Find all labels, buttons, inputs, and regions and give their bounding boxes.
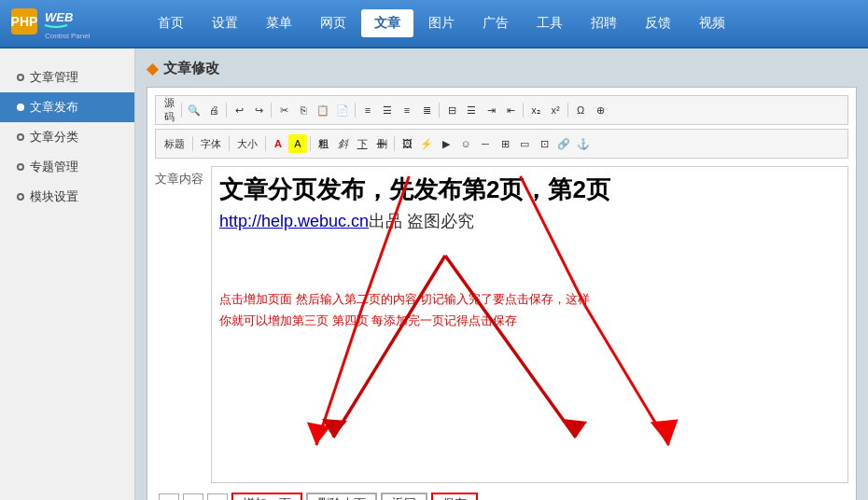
toolbar-row-1: 源码 🔍 🖨 ↩ ↪ ✂ ⎘ 📋 📄 ≡ ☰ ≡ ≣ [160, 99, 609, 121]
instruction-text: 点击增加页面 然后输入第二页的内容 切记输入完了要点击保存，这样 你就可以增加第… [219, 288, 840, 332]
sep12 [394, 136, 395, 151]
nav-tools[interactable]: 工具 [524, 9, 576, 37]
nav-bar: 首页 设置 菜单 网页 文章 图片 广告 工具 招聘 反馈 视频 [145, 9, 859, 37]
toolbar-insert-flash[interactable]: ⚡ [417, 134, 436, 153]
toolbar-font-color[interactable]: A [269, 134, 287, 153]
toolbar-align-justify[interactable]: ≣ [417, 101, 436, 119]
sidebar-label-module-settings: 模块设置 [30, 188, 78, 205]
sidebar-dot-2 [17, 133, 24, 141]
sep7 [567, 103, 568, 118]
sidebar-label-article-publish: 文章发布 [30, 99, 78, 116]
page-num-1[interactable]: 1 [159, 493, 179, 500]
toolbar-font-select[interactable]: 字体 [196, 134, 226, 153]
toolbar-link[interactable]: 🔗 [554, 134, 573, 153]
sep11 [310, 136, 311, 151]
nav-jobs[interactable]: 招聘 [578, 9, 630, 37]
sidebar-label-article-category: 文章分类 [30, 129, 78, 146]
nav-ad[interactable]: 广告 [469, 9, 522, 37]
toolbar-table[interactable]: ⊞ [496, 134, 514, 153]
page-title-bar: ◆ 文章修改 [147, 60, 857, 77]
page-title-arrow-icon: ◆ [147, 60, 158, 77]
svg-marker-4 [307, 422, 330, 445]
svg-marker-8 [322, 419, 347, 438]
toolbar-sup[interactable]: x² [546, 101, 565, 119]
toolbar-italic[interactable]: 斜 [333, 134, 352, 153]
toolbar-search[interactable]: 🔍 [185, 101, 203, 119]
sidebar-item-module-settings[interactable]: 模块设置 [0, 182, 134, 212]
svg-text:Control Panel: Control Panel [45, 32, 91, 40]
delete-page-button[interactable]: 删除本页 [306, 493, 377, 500]
toolbar-smiley[interactable]: ☺ [456, 134, 475, 153]
nav-article[interactable]: 文章 [361, 9, 413, 37]
arrow-triangle-svg [259, 251, 707, 465]
svg-line-6 [333, 256, 445, 438]
nav-menu[interactable]: 菜单 [253, 9, 305, 37]
toolbar-bg-color[interactable]: A [288, 134, 307, 153]
toolbar-row-2: 标题 字体 大小 A A 粗 斜 下 删 🖼 ⚡ ▶ [160, 132, 593, 155]
page-num-3[interactable]: 3 [207, 493, 228, 500]
sidebar-dot-4 [17, 193, 24, 201]
form-row-content: 文章内容 文章分页发布，先发布第2页，第2页 http://help.webuc… [155, 162, 848, 487]
toolbar-redo[interactable]: ↪ [249, 101, 268, 119]
main-layout: 文章管理 文章发布 文章分类 专题管理 模块设置 ◆ 文章修改 [0, 49, 868, 500]
toolbar-sub[interactable]: x₂ [526, 101, 545, 119]
toolbar-heading-select[interactable]: 标题 [160, 134, 189, 153]
page-num-2[interactable]: 2 [183, 493, 203, 500]
toolbar-template[interactable]: ⊡ [535, 134, 553, 153]
toolbar-strikethrough[interactable]: 删 [372, 134, 391, 153]
sep9 [229, 136, 230, 151]
toolbar-insert-media[interactable]: ▶ [437, 134, 455, 153]
toolbar-bold[interactable]: 粗 [314, 134, 332, 153]
sidebar-item-article-category[interactable]: 文章分类 [0, 122, 134, 152]
toolbar-align-right[interactable]: ≡ [398, 101, 416, 119]
nav-video[interactable]: 视频 [686, 9, 738, 37]
toolbar-paste[interactable]: 📋 [314, 101, 332, 119]
sep1 [181, 103, 182, 118]
editor-content[interactable]: 文章分页发布，先发布第2页，第2页 http://help.webuc.cn出品… [211, 166, 848, 483]
toolbar-paste-text[interactable]: 📄 [333, 101, 352, 119]
editor-link-line: http://help.webuc.cn出品 盗图必究 [219, 210, 840, 232]
toolbar-outdent[interactable]: ⇤ [501, 101, 520, 119]
editor-link[interactable]: http://help.webuc.cn [219, 212, 369, 230]
toolbar-align-left[interactable]: ≡ [358, 101, 377, 119]
nav-image[interactable]: 图片 [415, 9, 468, 37]
save-button[interactable]: 保存 [431, 493, 478, 500]
toolbar-cut[interactable]: ✂ [274, 101, 293, 119]
logo-svg: PHP WEB Control Panel [9, 5, 117, 42]
add-page-button[interactable]: 增加一页 [231, 493, 302, 500]
toolbar-ul[interactable]: ☰ [462, 101, 481, 119]
nav-settings[interactable]: 设置 [199, 9, 251, 37]
toolbar-div[interactable]: ▭ [515, 134, 534, 153]
logo: PHP WEB Control Panel [9, 5, 117, 42]
toolbar-copy[interactable]: ⎘ [294, 101, 313, 119]
sidebar-label-topic-manage: 专题管理 [30, 159, 78, 175]
toolbar-ol[interactable]: ⊟ [442, 101, 461, 119]
toolbar-underline[interactable]: 下 [353, 134, 371, 153]
svg-text:PHP: PHP [11, 14, 38, 29]
sidebar-dot-3 [17, 163, 24, 171]
editor-footer: 1 2 3 增加一页 删除本页 返回 保存 [155, 487, 848, 500]
svg-marker-5 [651, 419, 679, 445]
toolbar-size-select[interactable]: 大小 [232, 134, 262, 153]
toolbar-indent[interactable]: ⇥ [482, 101, 500, 119]
toolbar-more[interactable]: ⊕ [591, 101, 609, 119]
toolbar-print[interactable]: 🖨 [204, 101, 223, 119]
toolbar-insert-image[interactable]: 🖼 [398, 134, 416, 153]
sidebar-item-topic-manage[interactable]: 专题管理 [0, 152, 134, 182]
sep8 [192, 136, 193, 151]
nav-home[interactable]: 首页 [145, 9, 197, 37]
page-title: 文章修改 [163, 60, 219, 77]
back-button[interactable]: 返回 [381, 493, 427, 500]
toolbar-align-center[interactable]: ☰ [378, 101, 397, 119]
nav-feedback[interactable]: 反馈 [632, 9, 684, 37]
toolbar-source[interactable]: 源码 [160, 101, 178, 119]
toolbar-anchor[interactable]: ⚓ [574, 134, 593, 153]
nav-webpage[interactable]: 网页 [307, 9, 359, 37]
sidebar-item-article-publish[interactable]: 文章发布 [0, 92, 134, 122]
toolbar-special[interactable]: Ω [571, 101, 590, 119]
form-label-content: 文章内容 [155, 166, 211, 483]
sidebar-item-article-manage[interactable]: 文章管理 [0, 62, 134, 92]
svg-text:WEB: WEB [45, 10, 73, 24]
toolbar-hr[interactable]: ─ [476, 134, 495, 153]
toolbar-undo[interactable]: ↩ [230, 101, 248, 119]
